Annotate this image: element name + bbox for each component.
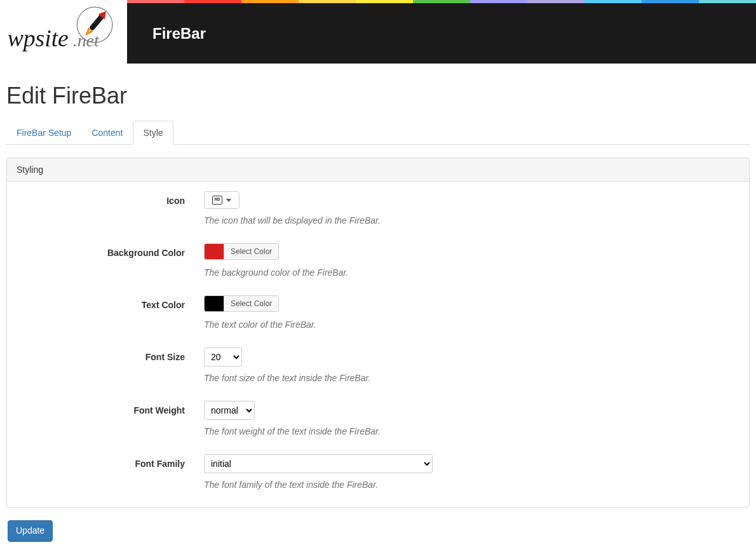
field-font-size: Font Size 20 The font size of the text i… <box>17 347 739 383</box>
icon-help: The icon that will be displayed in the F… <box>204 215 739 226</box>
icon-picker-button[interactable]: HD <box>204 191 240 209</box>
field-icon: Icon HD The icon that will be displayed … <box>17 191 739 226</box>
text-color-picker[interactable]: Select Color <box>204 295 279 312</box>
font-weight-select[interactable]: normal <box>204 401 255 420</box>
font-weight-label: Font Weight <box>17 401 194 436</box>
app-title: FireBar <box>127 3 756 64</box>
font-size-select[interactable]: 20 <box>204 347 242 367</box>
text-color-swatch <box>205 296 224 311</box>
background-color-picker[interactable]: Select Color <box>204 243 279 260</box>
font-family-help: The font family of the text inside the F… <box>204 480 739 490</box>
field-background-color: Background Color Select Color The backgr… <box>17 243 739 278</box>
font-weight-help: The font weight of the text inside the F… <box>204 426 739 436</box>
font-size-help: The font size of the text inside the Fir… <box>204 373 739 383</box>
field-font-family: Font Family initial The font family of t… <box>17 454 739 490</box>
tab-firebar-setup[interactable]: FireBar Setup <box>6 121 81 145</box>
wpsite-logo-icon: wpsite .net <box>6 5 121 59</box>
font-family-label: Font Family <box>17 454 194 490</box>
field-text-color: Text Color Select Color The text color o… <box>17 295 739 330</box>
text-color-button[interactable]: Select Color <box>224 296 278 311</box>
hdd-icon: HD <box>212 196 222 205</box>
font-family-select[interactable]: initial <box>204 454 433 473</box>
text-color-help: The text color of the FireBar. <box>204 320 739 330</box>
background-color-swatch <box>205 244 224 259</box>
logo: wpsite .net <box>0 0 127 64</box>
page-title: Edit FireBar <box>6 83 750 109</box>
background-color-label: Background Color <box>17 243 194 278</box>
font-size-label: Font Size <box>17 347 194 383</box>
update-button[interactable]: Update <box>8 520 53 542</box>
tab-style[interactable]: Style <box>133 121 173 145</box>
panel-heading: Styling <box>7 158 749 182</box>
background-color-help: The background color of the FireBar. <box>204 267 739 278</box>
top-header: wpsite .net FireBar <box>0 0 756 64</box>
tab-content[interactable]: Content <box>81 121 133 145</box>
svg-text:.net: .net <box>73 30 100 50</box>
tabs: FireBar Setup Content Style <box>6 121 750 145</box>
chevron-down-icon <box>226 199 231 202</box>
background-color-button[interactable]: Select Color <box>224 244 278 259</box>
text-color-label: Text Color <box>17 295 194 330</box>
icon-label: Icon <box>17 191 194 226</box>
field-font-weight: Font Weight normal The font weight of th… <box>17 401 739 436</box>
styling-panel: Styling Icon HD The icon that will be di… <box>6 158 750 508</box>
svg-text:wpsite: wpsite <box>8 25 69 51</box>
